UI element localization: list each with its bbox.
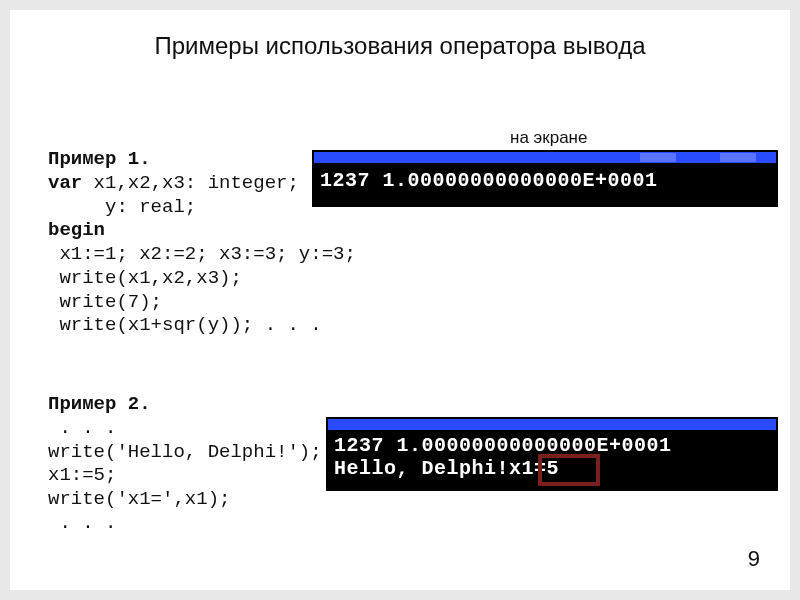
var-keyword: var <box>48 172 82 194</box>
code-example-1: Пример 1. var x1,x2,x3: integer; y: real… <box>48 148 356 338</box>
console1-body: 1237 1.00000000000000E+0001 <box>314 165 776 205</box>
var-decl-1: x1,x2,x3: integer; <box>82 172 299 194</box>
code1-line3: write(7); <box>48 291 162 313</box>
code2-line2: write('Hello, Delphi!'); <box>48 441 322 463</box>
var-decl-2: y: real; <box>48 196 196 218</box>
screen-label: на экране <box>510 128 587 148</box>
code1-line4: write(x1+sqr(y)); . . . <box>48 314 322 336</box>
slide-title: Примеры использования оператора вывода <box>10 32 790 60</box>
code2-line3: x1:=5; <box>48 464 116 486</box>
example2-header: Пример 2. <box>48 393 151 415</box>
code-example-2: Пример 2. . . . write('Hello, Delphi!');… <box>48 393 322 536</box>
begin-keyword: begin <box>48 219 105 241</box>
console1-titlebar <box>314 152 776 165</box>
example1-header: Пример 1. <box>48 148 151 170</box>
console2-line1: 1237 1.00000000000000E+0001 <box>334 434 672 457</box>
console-output-1: 1237 1.00000000000000E+0001 <box>312 150 778 207</box>
code2-line5: . . . <box>48 512 116 534</box>
console2-line2: Hello, Delphi!x1=5 <box>334 457 559 480</box>
code1-line1: x1:=1; x2:=2; x3:=3; y:=3; <box>48 243 356 265</box>
code2-line1: . . . <box>48 417 116 439</box>
slide: Примеры использования оператора вывода н… <box>10 10 790 590</box>
code2-line4: write('x1=',x1); <box>48 488 230 510</box>
console2-titlebar <box>328 419 776 432</box>
highlight-box <box>538 454 600 486</box>
code1-line2: write(x1,x2,x3); <box>48 267 242 289</box>
slide-number: 9 <box>748 546 760 572</box>
